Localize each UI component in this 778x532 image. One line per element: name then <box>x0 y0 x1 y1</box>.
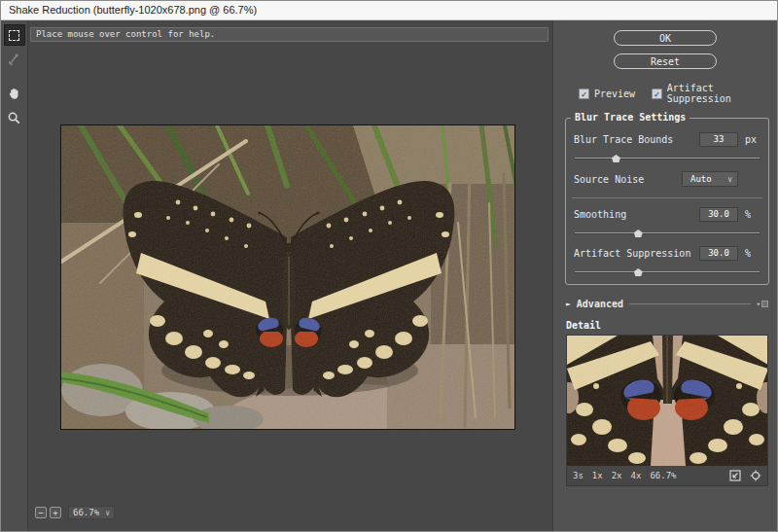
source-noise-row: Source Noise Auto ∨ <box>574 171 760 187</box>
blur-trace-bounds-unit: px <box>745 134 760 145</box>
enhance-at-loupe-icon[interactable] <box>750 470 761 481</box>
smoothing-slider[interactable] <box>575 229 760 237</box>
source-noise-label: Source Noise <box>574 174 682 185</box>
tri-down-icon: ▾ <box>757 301 760 308</box>
group-divider <box>572 197 762 198</box>
blur-estimation-marquee-icon <box>9 30 19 41</box>
smoothing-label: Smoothing <box>574 209 699 220</box>
slider-track <box>575 271 760 272</box>
detail-zoom-4x-button[interactable]: 4x <box>631 471 642 480</box>
reset-button[interactable]: Reset <box>614 53 717 69</box>
shake-reduction-dialog: Shake Reduction (butterfly-1020x678.png … <box>0 0 778 532</box>
detail-zoom-2x-button[interactable]: 2x <box>612 471 622 480</box>
blur-trace-bounds-input[interactable]: 33 <box>699 132 738 147</box>
slider-track <box>575 158 760 159</box>
settings-panel: OK Reset ✓ Preview ✓ Artifact Suppressio… <box>552 20 777 531</box>
panel-square-icon <box>761 301 768 307</box>
detach-detail-icon[interactable] <box>729 470 741 481</box>
zoom-level-value: 66.7% <box>73 508 99 517</box>
advanced-label: Advanced <box>577 299 623 309</box>
advanced-section-header[interactable]: ► Advanced ▾ <box>566 299 768 309</box>
zoom-level-select[interactable]: 66.7% ∨ <box>68 506 115 519</box>
slider-thumb[interactable] <box>634 268 643 276</box>
hand-tool[interactable] <box>4 83 25 104</box>
ok-button[interactable]: OK <box>614 30 717 46</box>
zoom-tool[interactable] <box>4 107 25 128</box>
blur-direction-tool[interactable] <box>4 49 25 70</box>
blur-trace-bounds-slider[interactable] <box>575 154 760 162</box>
blur-estimation-tool[interactable] <box>4 24 25 46</box>
hand-icon <box>7 87 21 101</box>
artifact-suppression-slider[interactable] <box>575 267 760 276</box>
source-noise-value: Auto <box>690 174 712 184</box>
canvas-zoom-controls: − + 66.7% ∨ <box>35 506 115 519</box>
preview-canvas: Place mouse over control for help. <box>28 20 552 531</box>
detail-zoom-1x-button[interactable]: 1x <box>592 471 603 480</box>
preview-label: Preview <box>594 89 635 99</box>
smoothing-unit: % <box>745 209 760 220</box>
zoom-out-button[interactable]: − <box>35 507 47 518</box>
zoom-in-button[interactable]: + <box>50 507 61 518</box>
artifact-suppression-input[interactable]: 30.0 <box>699 246 738 261</box>
blur-trace-bounds-label: Blur Trace Bounds <box>574 134 699 145</box>
artifact-suppression-checkbox-item[interactable]: ✓ Artifact Suppression <box>652 83 777 104</box>
artifact-suppression-amount-label: Artifact Suppression <box>574 248 699 259</box>
help-hint-bar: Place mouse over control for help. <box>30 27 548 42</box>
slider-track <box>575 232 760 233</box>
window-title: Shake Reduction (butterfly-1020x678.png … <box>9 4 257 16</box>
preview-checkbox[interactable]: ✓ <box>579 89 589 99</box>
artifact-suppression-unit: % <box>745 248 760 259</box>
source-noise-select[interactable]: Auto ∨ <box>682 171 738 187</box>
check-icon: ✓ <box>582 89 586 99</box>
slider-thumb[interactable] <box>634 230 643 237</box>
detail-title: Detail <box>566 320 777 331</box>
blur-trace-settings-group: Blur Trace Settings Blur Trace Bounds 33… <box>565 118 769 285</box>
advanced-rule <box>629 303 751 304</box>
blur-trace-bounds-row: Blur Trace Bounds 33 px <box>574 132 760 147</box>
panel-options-icon[interactable]: ▾ <box>757 301 768 308</box>
artifact-suppression-checkbox[interactable]: ✓ <box>652 89 661 99</box>
group-title: Blur Trace Settings <box>571 112 690 123</box>
hint-text: Place mouse over control for help. <box>36 29 215 39</box>
chevron-down-icon: ∨ <box>727 175 732 184</box>
detail-zoom-3s-button[interactable]: 3s <box>573 471 584 480</box>
check-icon: ✓ <box>654 89 659 99</box>
artifact-suppression-row: Artifact Suppression 30.0 % <box>574 246 760 261</box>
dialog-body: Place mouse over control for help. <box>1 20 777 531</box>
detail-zoom-bar: 3s 1x 2x 4x 66.7% <box>567 466 767 485</box>
slider-thumb[interactable] <box>612 155 620 162</box>
minus-icon: − <box>38 508 43 517</box>
arrow-right-icon: ► <box>566 300 571 308</box>
main-preview-image[interactable] <box>60 124 515 430</box>
smoothing-row: Smoothing 30.0 % <box>574 207 760 222</box>
blur-direction-icon <box>7 52 22 67</box>
chevron-down-icon: ∨ <box>105 509 110 517</box>
magnifier-icon <box>7 111 21 125</box>
plus-icon: + <box>53 508 57 517</box>
smoothing-input[interactable]: 30.0 <box>699 207 738 222</box>
window-titlebar[interactable]: Shake Reduction (butterfly-1020x678.png … <box>1 1 777 20</box>
preview-checkbox-item[interactable]: ✓ Preview <box>579 83 635 104</box>
detail-preview-image[interactable] <box>567 336 767 466</box>
tool-palette <box>1 20 28 531</box>
options-row: ✓ Preview ✓ Artifact Suppression <box>579 83 777 104</box>
artifact-suppression-label: Artifact Suppression <box>667 83 777 104</box>
detail-panel: 3s 1x 2x 4x 66.7% <box>566 335 768 486</box>
detail-zoom-fit-button[interactable]: 66.7% <box>650 471 676 480</box>
